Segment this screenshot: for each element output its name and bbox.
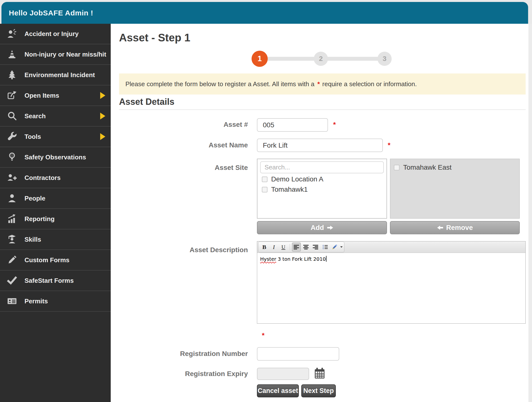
- list-item[interactable]: Demo Location A: [262, 175, 323, 183]
- sidebar-item-non-injury[interactable]: Non-injury or Near miss/hit: [0, 44, 111, 65]
- sidebar-item-accident-or-injury[interactable]: Accident or Injury: [0, 24, 111, 44]
- submenu-arrow-icon: [100, 133, 105, 140]
- asset-number-required-star: *: [333, 121, 336, 129]
- asset-number-input[interactable]: [257, 118, 328, 132]
- text-cursor: [326, 256, 326, 262]
- align-right-icon: [313, 245, 318, 249]
- option-label: Tomahawk East: [403, 164, 452, 171]
- cancel-asset-button[interactable]: Cancel asset: [257, 384, 299, 397]
- sidebar-item-environmental-incident[interactable]: Environmental Incident: [0, 65, 111, 85]
- checkbox[interactable]: [262, 187, 267, 192]
- sidebar-item-tools[interactable]: Tools: [0, 127, 111, 147]
- bar-chart-icon: [6, 213, 18, 225]
- sidebar: Accident or Injury Non-injury or Near mi…: [0, 24, 111, 402]
- banner-text-after: require a selection or information.: [322, 80, 417, 88]
- align-center-button[interactable]: [302, 243, 310, 251]
- next-step-button[interactable]: Next Step: [301, 384, 336, 397]
- calendar-icon[interactable]: [314, 367, 325, 379]
- list-item[interactable]: Tomahawk East: [394, 164, 452, 171]
- asset-site-available-panel: Demo Location A Tomahawk1: [257, 159, 387, 219]
- sidebar-item-label: Non-injury or Near miss/hit: [24, 51, 106, 58]
- arrow-right-icon: [327, 225, 333, 230]
- registration-expiry-label: Registration Expiry: [145, 370, 248, 378]
- bullet-list-button[interactable]: [321, 243, 329, 251]
- sidebar-item-open-items[interactable]: Open Items: [0, 85, 111, 106]
- bullet-list-icon: [323, 245, 328, 249]
- italic-label: I: [273, 244, 275, 250]
- info-banner: Please complete the form below to regist…: [119, 73, 526, 95]
- section-divider: [119, 109, 526, 110]
- sidebar-item-search[interactable]: Search: [0, 106, 111, 127]
- asset-number-label: Asset #: [145, 121, 248, 129]
- option-label: Demo Location A: [271, 175, 323, 183]
- id-card-icon: [6, 296, 18, 307]
- pencil-icon: [6, 254, 18, 266]
- sidebar-item-label: Custom Forms: [24, 256, 69, 264]
- sidebar-item-skills[interactable]: Skills: [0, 229, 111, 250]
- sidebar-item-label: Environmental Incident: [24, 71, 95, 79]
- sidebar-item-safety-observations[interactable]: Safety Observations: [0, 147, 111, 168]
- asset-name-label: Asset Name: [145, 141, 248, 149]
- sidebar-item-label: Skills: [24, 236, 41, 243]
- lightbulb-icon: [6, 152, 18, 163]
- registration-number-input[interactable]: [257, 347, 339, 361]
- checkbox[interactable]: [394, 165, 399, 170]
- section-heading: Asset Details: [119, 97, 174, 107]
- step-1-indicator: 1: [252, 51, 268, 67]
- submenu-arrow-icon: [100, 92, 105, 99]
- submenu-arrow-icon: [100, 113, 105, 119]
- app: Hello JobSAFE Admin ! Accident or Injury…: [0, 0, 532, 402]
- asset-site-label: Asset Site: [145, 164, 248, 172]
- underline-button[interactable]: U: [279, 243, 288, 251]
- sidebar-item-label: Contractors: [24, 174, 60, 182]
- bold-button[interactable]: B: [260, 243, 269, 251]
- italic-button[interactable]: I: [269, 243, 278, 251]
- editor-toolbar: B I U: [257, 241, 525, 253]
- sidebar-item-label: Search: [24, 112, 46, 120]
- misspelled-word: Hyster: [260, 256, 276, 262]
- checkbox[interactable]: [262, 177, 267, 182]
- arrow-left-icon: [437, 225, 443, 230]
- sidebar-item-custom-forms[interactable]: Custom Forms: [0, 250, 111, 271]
- top-header: Hello JobSAFE Admin !: [1, 2, 528, 24]
- search-icon: [6, 110, 18, 122]
- align-right-button[interactable]: [311, 243, 320, 251]
- scrollbar-track[interactable]: [529, 24, 532, 402]
- sidebar-item-label: Reporting: [24, 215, 55, 223]
- chevron-down-icon[interactable]: [340, 246, 343, 248]
- checkmark-icon: [6, 275, 18, 286]
- asset-site-search-input[interactable]: [260, 161, 384, 173]
- align-center-icon: [303, 245, 309, 249]
- add-button[interactable]: Add: [257, 221, 387, 234]
- sidebar-item-label: People: [24, 195, 45, 202]
- rich-text-editor: B I U: [257, 241, 526, 324]
- sidebar-item-reporting[interactable]: Reporting: [0, 209, 111, 229]
- banner-text-before: Please complete the form below to regist…: [125, 80, 314, 88]
- remove-button-label: Remove: [446, 224, 473, 232]
- accident-person-icon: [6, 28, 18, 39]
- sidebar-item-label: Permits: [24, 297, 48, 305]
- asset-name-required-star: *: [388, 141, 390, 149]
- registration-number-label: Registration Number: [145, 350, 248, 358]
- underline-label: U: [281, 244, 285, 250]
- asset-name-input[interactable]: [257, 139, 383, 152]
- wrench-icon: [6, 131, 18, 142]
- asset-description-text[interactable]: Hyster 3 ton Fork Lift 2010: [257, 253, 525, 265]
- asset-site-selected-panel: Tomahawk East: [390, 159, 520, 219]
- sidebar-item-safestart-forms[interactable]: SafeStart Forms: [0, 271, 111, 291]
- align-left-button[interactable]: [292, 243, 301, 251]
- sidebar-item-people[interactable]: People: [0, 188, 111, 209]
- format-brush-button[interactable]: [330, 243, 339, 251]
- remove-button[interactable]: Remove: [390, 221, 520, 234]
- asset-description-label: Asset Description: [145, 246, 248, 254]
- sidebar-item-label: Safety Observations: [24, 154, 86, 161]
- sidebar-item-permits[interactable]: Permits: [0, 291, 111, 312]
- format-brush-icon: [332, 244, 338, 250]
- sidebar-item-contractors[interactable]: Contractors: [0, 168, 111, 188]
- greeting-text: Hello JobSAFE Admin !: [1, 9, 93, 17]
- list-item[interactable]: Tomahawk1: [262, 186, 308, 193]
- sidebar-item-label: Open Items: [24, 92, 59, 99]
- step-3-indicator: 3: [377, 52, 392, 66]
- registration-expiry-input[interactable]: [257, 368, 309, 380]
- asset-description-required-star: *: [262, 331, 265, 339]
